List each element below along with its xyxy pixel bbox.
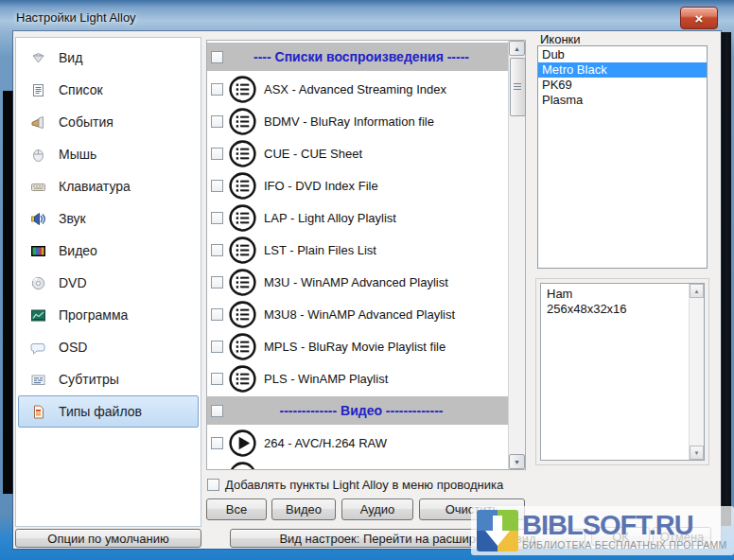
- biblsoft-watermark: BIBLSOFT.RU БИБЛИОТЕКА БЕСПЛАТНЫХ ПРОГРА…: [471, 506, 734, 555]
- info-scroll-up-icon[interactable]: ▲: [690, 284, 704, 298]
- filetype-label: CUE - CUE Sheet: [264, 147, 362, 161]
- scroll-up-icon[interactable]: ▲: [509, 41, 525, 56]
- sidebar-item-label: Видео: [59, 243, 97, 258]
- keyboard-icon: [30, 179, 46, 195]
- row-checkbox[interactable]: [211, 373, 223, 385]
- info-scrollbar[interactable]: ▲ ▼: [689, 284, 704, 460]
- info-scroll-down-icon[interactable]: ▼: [690, 446, 704, 460]
- playlist-circle-icon: [228, 236, 257, 265]
- chart-icon: [30, 307, 46, 324]
- explorer-menu-checkbox[interactable]: [207, 479, 219, 491]
- filetype-row[interactable]: M3U8 - WinAMP Advanced Playlist: [207, 298, 508, 330]
- sidebar-item-label: Мышь: [59, 147, 96, 162]
- filetype-row[interactable]: [207, 459, 508, 469]
- sidebar-item-bubble[interactable]: OSD: [18, 331, 199, 363]
- row-checkbox[interactable]: [211, 51, 223, 63]
- icon-theme-item[interactable]: PK69: [538, 78, 707, 93]
- section-header-row[interactable]: ------------- Видео -------------: [207, 396, 508, 425]
- explorer-menu-checkbox-row[interactable]: Добавлять пункты Light Alloy в меню пров…: [207, 478, 503, 492]
- playlist-circle-icon: [228, 107, 257, 136]
- icon-theme-item[interactable]: Dub: [538, 47, 707, 62]
- filetype-row[interactable]: 264 - AVC/H.264 RAW: [207, 427, 508, 459]
- screenshot-stage: Настройки Light Alloy × ВидСписокСобытия…: [0, 0, 734, 560]
- filetype-icon: [30, 404, 46, 420]
- row-checkbox[interactable]: [211, 341, 223, 353]
- sidebar-item-keyboard[interactable]: Клавиатура: [18, 170, 199, 202]
- playlist-circle-icon: [228, 300, 257, 329]
- settings-sidebar: ВидСписокСобытияМышьКлавиатураЗвукВидеоD…: [15, 37, 201, 527]
- playlist-circle-icon: [228, 364, 257, 394]
- sidebar-item-chart[interactable]: Программа: [18, 299, 199, 331]
- icon-theme-item[interactable]: Metro Black: [538, 62, 707, 78]
- filetype-row[interactable]: CUE - CUE Sheet: [207, 137, 508, 169]
- filetype-label: BDMV - BluRay Information file: [264, 114, 434, 129]
- scroll-down-icon[interactable]: ▼: [509, 454, 525, 469]
- filetype-row[interactable]: IFO - DVD Index File: [207, 169, 508, 201]
- scrollbar-thumb[interactable]: [510, 58, 526, 116]
- section-header-row[interactable]: ---- Списки воспроизведения -----: [207, 43, 508, 71]
- playlist-circle-icon: [228, 139, 257, 168]
- section-header-label: ------------- Видео -------------: [228, 403, 508, 418]
- sidebar-item-label: Звук: [59, 211, 86, 226]
- biblsoft-logo-icon: [477, 510, 518, 551]
- row-checkbox[interactable]: [211, 437, 223, 449]
- row-checkbox[interactable]: [211, 83, 223, 96]
- filetype-scrollbar[interactable]: ▲ ▼: [508, 41, 525, 469]
- filetype-rows: ---- Списки воспроизведения -----ASX - A…: [207, 41, 508, 469]
- sidebar-item-gem[interactable]: Вид: [18, 42, 199, 74]
- sidebar-item-disc[interactable]: DVD: [18, 267, 199, 299]
- select-all-button[interactable]: Все: [206, 499, 267, 520]
- row-checkbox[interactable]: [211, 180, 223, 192]
- icon-info-panel: Ham 256x48x32x16 ▲ ▼: [535, 278, 709, 465]
- speaker-icon: [30, 211, 46, 227]
- filetype-row[interactable]: BDMV - BluRay Information file: [207, 105, 508, 137]
- download-arrow-icon: [493, 516, 502, 531]
- filetype-row[interactable]: MPLS - BluRay Movie Playlist file: [207, 330, 508, 362]
- row-checkbox[interactable]: [211, 212, 223, 224]
- filetype-row[interactable]: LST - Plain Files List: [207, 234, 508, 266]
- desktop-background-left: [3, 91, 13, 494]
- filetype-row[interactable]: M3U - WinAMP Advanced Playlist: [207, 266, 508, 298]
- icon-info-box: Ham 256x48x32x16 ▲ ▼: [540, 283, 705, 461]
- sidebar-item-speaker[interactable]: Звук: [18, 202, 199, 235]
- filetype-label: LST - Plain Files List: [264, 243, 376, 257]
- filetype-row[interactable]: LAP - Light Alloy Playlist: [207, 201, 508, 234]
- watermark-title: BIBLSOFT.RU: [522, 511, 727, 539]
- sidebar-item-label: События: [59, 114, 114, 130]
- play-circle-icon: [228, 461, 257, 470]
- row-checkbox[interactable]: [211, 244, 223, 256]
- default-options-button[interactable]: Опции по умолчанию: [15, 529, 201, 548]
- filetype-label: 264 - AVC/H.264 RAW: [264, 436, 387, 450]
- icon-theme-listbox[interactable]: DubMetro BlackPK69Plasma: [537, 45, 708, 269]
- sidebar-item-subtitles[interactable]: Субтитры: [18, 363, 199, 395]
- close-icon: ×: [695, 11, 704, 26]
- row-checkbox[interactable]: [211, 276, 223, 289]
- row-checkbox[interactable]: [211, 405, 223, 417]
- row-checkbox[interactable]: [211, 148, 223, 160]
- row-checkbox[interactable]: [211, 469, 223, 470]
- dialog-client-area: ВидСписокСобытияМышьКлавиатураЗвукВидеоD…: [13, 31, 721, 549]
- close-button[interactable]: ×: [680, 7, 718, 29]
- titlebar[interactable]: Настройки Light Alloy ×: [0, 0, 734, 31]
- icon-theme-item[interactable]: Plasma: [538, 93, 707, 108]
- play-circle-icon: [228, 429, 257, 458]
- filetype-label: PLS - WinAMP Playlist: [264, 372, 388, 386]
- sidebar-item-label: Программа: [59, 307, 128, 323]
- filetype-row[interactable]: PLS - WinAMP Playlist: [207, 362, 508, 394]
- window-title: Настройки Light Alloy: [16, 10, 136, 25]
- sidebar-item-mouse[interactable]: Мышь: [18, 138, 199, 170]
- filetype-label: ASX - Advanced Streaming Index: [264, 82, 446, 96]
- sidebar-item-list[interactable]: Список: [18, 74, 199, 106]
- subtitles-icon: [30, 372, 46, 388]
- sidebar-item-megaphone[interactable]: События: [18, 106, 199, 138]
- select-audio-button[interactable]: Аудио: [341, 499, 413, 520]
- row-checkbox[interactable]: [211, 115, 223, 128]
- select-video-button[interactable]: Видео: [271, 499, 336, 520]
- sidebar-item-tv[interactable]: Видео: [18, 235, 199, 267]
- disc-icon: [30, 275, 46, 291]
- row-checkbox[interactable]: [211, 308, 223, 321]
- bubble-icon: [30, 340, 46, 356]
- filetype-row[interactable]: ASX - Advanced Streaming Index: [207, 73, 508, 105]
- sidebar-item-filetype[interactable]: Типы файлов: [18, 395, 199, 428]
- playlist-circle-icon: [228, 268, 257, 297]
